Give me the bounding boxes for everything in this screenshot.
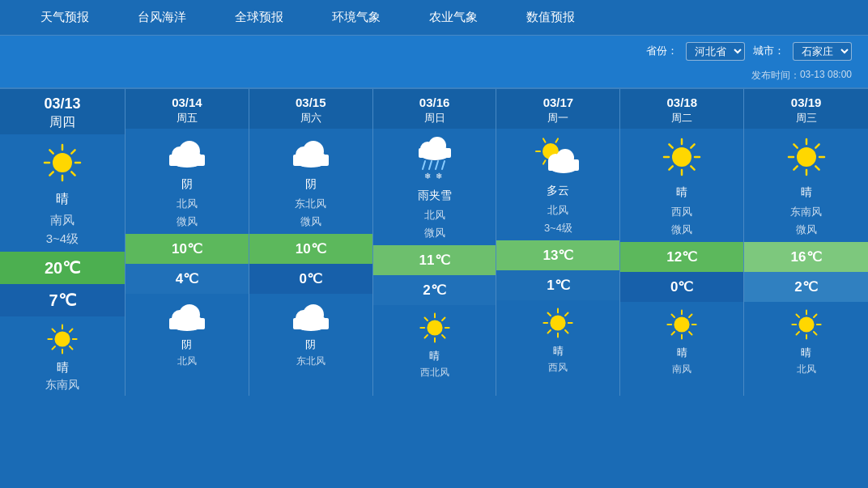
- wind-dir-4: 北风: [547, 202, 568, 219]
- top-icon-0: [0, 134, 125, 188]
- temp-low-2: 0℃: [249, 264, 372, 294]
- svg-line-106: [796, 315, 798, 317]
- svg-point-9: [54, 331, 70, 346]
- weather-grid: 03/13 周四 晴 南风 3~4级 20℃ 7℃ 晴 东南风 03/14 周五: [0, 87, 868, 396]
- svg-line-11: [70, 346, 72, 349]
- svg-text:❄: ❄: [424, 172, 431, 180]
- svg-line-81: [691, 144, 695, 147]
- svg-line-46: [442, 335, 445, 337]
- bottom-icon-2: [249, 294, 372, 336]
- wind-level-3: 微风: [424, 224, 445, 245]
- date-header-0: 03/13 周四: [0, 89, 125, 134]
- svg-text:❄: ❄: [436, 172, 442, 180]
- svg-line-99: [815, 144, 819, 147]
- svg-line-48: [424, 335, 427, 337]
- publish-label: 发布时间：: [751, 69, 800, 83]
- svg-line-15: [53, 329, 55, 332]
- wind-level-1: 微风: [177, 213, 198, 234]
- svg-rect-29: [293, 155, 329, 166]
- bottom-icon-0: [0, 316, 125, 359]
- svg-line-40: [436, 161, 438, 169]
- svg-point-100: [798, 316, 814, 332]
- date-header-4: 03/17 周一: [496, 89, 619, 129]
- svg-point-73: [672, 147, 691, 167]
- temp-high-3: 11℃: [373, 245, 496, 275]
- nav-numerical[interactable]: 数值预报: [502, 0, 599, 36]
- temp-high-5: 12℃: [620, 242, 743, 272]
- svg-rect-21: [169, 155, 205, 166]
- wind-level-6: 微风: [796, 221, 817, 242]
- temp-high-0: 20℃: [0, 252, 125, 284]
- temp-low-6: 2℃: [744, 272, 868, 302]
- svg-line-77: [670, 166, 673, 169]
- svg-line-102: [814, 332, 816, 334]
- wind-dir-6: 东南风: [790, 203, 822, 221]
- svg-point-82: [674, 316, 690, 332]
- province-select[interactable]: 河北省: [686, 42, 745, 61]
- svg-line-59: [556, 138, 559, 142]
- publish-time-row: 发布时间： 03-13 08:00: [0, 66, 868, 87]
- wind-level-0: 3~4级: [46, 230, 79, 252]
- bottom-wind-0: 东南风: [45, 377, 79, 396]
- nav-agriculture[interactable]: 农业气象: [405, 0, 502, 36]
- condition-6: 晴: [744, 182, 868, 203]
- svg-line-66: [565, 330, 568, 333]
- wind-dir-5: 西风: [671, 203, 692, 221]
- svg-point-64: [551, 315, 566, 330]
- condition-5: 晴: [620, 182, 743, 203]
- temp-high-1: 10℃: [126, 234, 249, 264]
- svg-line-38: [423, 161, 425, 169]
- nav-typhoon-ocean[interactable]: 台风海洋: [113, 0, 211, 36]
- svg-line-79: [670, 144, 673, 147]
- bottom-condition-3: 晴: [429, 347, 440, 365]
- svg-line-68: [548, 330, 551, 333]
- bottom-wind-1: 北风: [177, 354, 197, 371]
- condition-2: 阴: [249, 174, 372, 195]
- svg-line-75: [691, 166, 695, 169]
- day-column-0: 03/13 周四 晴 南风 3~4级 20℃ 7℃ 晴 东南风: [0, 89, 126, 396]
- nav-weather-forecast[interactable]: 天气预报: [16, 0, 113, 36]
- svg-line-97: [794, 144, 797, 147]
- wind-dir-1: 北风: [177, 195, 198, 213]
- svg-line-104: [796, 332, 798, 334]
- day-column-2: 03/15 周六 阴 东北风 微风 10℃ 0℃ 阴 东北风: [249, 89, 373, 396]
- svg-line-95: [794, 166, 797, 169]
- wind-dir-3: 北风: [424, 206, 445, 224]
- temp-high-2: 10℃: [249, 234, 372, 264]
- bottom-condition-4: 晴: [553, 342, 564, 360]
- date-header-5: 03/18 周二: [620, 89, 743, 129]
- temp-low-4: 1℃: [496, 270, 619, 300]
- svg-line-39: [429, 161, 432, 169]
- svg-line-58: [543, 138, 546, 142]
- svg-line-88: [672, 315, 674, 317]
- temp-low-3: 2℃: [373, 275, 496, 305]
- wind-dir-0: 南风: [50, 211, 74, 230]
- temp-low-1: 4℃: [126, 264, 249, 294]
- bottom-icon-1: [126, 294, 249, 336]
- nav-global-forecast[interactable]: 全球预报: [211, 0, 308, 36]
- nav-environment[interactable]: 环境气象: [308, 0, 405, 36]
- bottom-wind-6: 北风: [797, 362, 816, 380]
- province-label: 省份：: [646, 44, 678, 58]
- svg-point-44: [427, 320, 442, 335]
- top-icon-5: [620, 129, 743, 182]
- condition-3: 雨夹雪: [373, 185, 496, 206]
- day-column-5: 03/18 周二 晴 西风 微风 12℃ 0℃ 晴 南风: [620, 89, 744, 396]
- svg-line-84: [689, 332, 691, 334]
- svg-point-91: [797, 147, 816, 167]
- condition-4: 多云: [496, 180, 619, 202]
- svg-line-72: [565, 313, 568, 316]
- svg-line-17: [70, 329, 72, 332]
- city-select[interactable]: 石家庄: [793, 42, 852, 61]
- temp-high-4: 13℃: [496, 240, 619, 270]
- wind-dir-2: 东北风: [295, 195, 326, 213]
- bottom-condition-2: 阴: [305, 336, 316, 354]
- publish-time: 03-13 08:00: [800, 69, 852, 83]
- svg-line-52: [442, 318, 445, 320]
- svg-line-70: [548, 313, 551, 316]
- svg-rect-63: [548, 159, 579, 171]
- svg-line-41: [442, 161, 445, 169]
- svg-line-56: [543, 160, 546, 163]
- top-icon-1: [126, 129, 249, 174]
- svg-point-0: [53, 153, 72, 172]
